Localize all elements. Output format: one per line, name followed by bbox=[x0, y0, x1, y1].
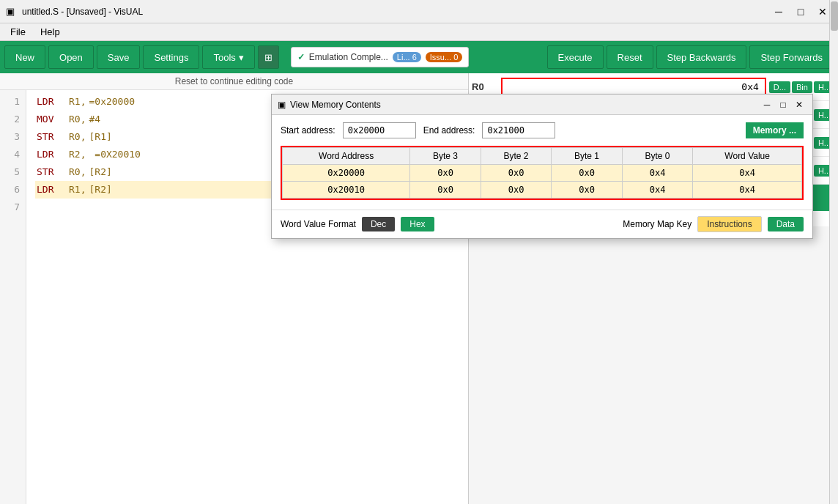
scrollbar-vertical[interactable] bbox=[829, 0, 838, 504]
mnemonic-3: STR bbox=[37, 128, 63, 146]
col-byte1: Byte 1 bbox=[552, 148, 623, 165]
dialog-footer: Word Value Format Dec Hex Memory Map Key… bbox=[272, 210, 812, 238]
op1-3: R0, bbox=[69, 128, 86, 146]
op2-2: #4 bbox=[89, 111, 100, 128]
maximize-button[interactable]: □ bbox=[791, 4, 810, 19]
end-address-label: End address: bbox=[423, 125, 475, 136]
title-bar-controls: ─ □ ✕ bbox=[769, 4, 832, 19]
app-icon: ▣ bbox=[6, 6, 18, 18]
mnemonic-4: LDR bbox=[37, 146, 63, 163]
dec-button[interactable]: Dec bbox=[362, 217, 395, 231]
line-num-1: 1 bbox=[6, 93, 20, 111]
execute-button[interactable]: Execute bbox=[547, 45, 604, 69]
reg-bin-r0[interactable]: Bin bbox=[792, 81, 812, 93]
start-address-input[interactable] bbox=[343, 122, 416, 138]
col-byte0: Byte 0 bbox=[622, 148, 693, 165]
dialog-minimize-button[interactable]: ─ bbox=[760, 98, 774, 111]
cell-word-val-1: 0x4 bbox=[693, 165, 802, 182]
end-address-input[interactable] bbox=[482, 122, 555, 138]
op2-5: [R2] bbox=[89, 163, 111, 181]
cell-byte1-1: 0x0 bbox=[552, 165, 623, 182]
line-num-6: 6 bbox=[6, 181, 20, 199]
mnemonic-2: MOV bbox=[37, 111, 63, 128]
toolbar: New Open Save Settings Tools ▾ ⊞ ✓ Emula… bbox=[0, 41, 838, 73]
op2-6: [R2] bbox=[89, 181, 111, 199]
map-key-label: Memory Map Key bbox=[623, 219, 691, 229]
title-bar: ▣ untitled.S - [Unsaved] - VisUAL ─ □ ✕ bbox=[0, 0, 838, 23]
status-text: Emulation Comple... bbox=[309, 52, 388, 62]
op2-1: =0x20000 bbox=[89, 93, 135, 111]
menu-bar: File Help bbox=[0, 23, 838, 41]
mnemonic-1: LDR bbox=[37, 93, 63, 111]
cell-byte1-2: 0x0 bbox=[552, 182, 623, 199]
status-li-badge: Li... 6 bbox=[393, 52, 421, 62]
dialog-titlebar: ▣ View Memory Contents ─ □ ✕ bbox=[272, 94, 812, 115]
line-num-5: 5 bbox=[6, 163, 20, 181]
data-button[interactable]: Data bbox=[768, 217, 804, 231]
table-header-row: Word Address Byte 3 Byte 2 Byte 1 Byte 0… bbox=[283, 148, 802, 165]
start-address-label: Start address: bbox=[281, 125, 335, 136]
memory-table: Word Address Byte 3 Byte 2 Byte 1 Byte 0… bbox=[282, 147, 802, 199]
line-num-4: 4 bbox=[6, 146, 20, 163]
open-button[interactable]: Open bbox=[48, 45, 94, 69]
op1-4: R2, bbox=[69, 146, 86, 163]
status-pill: ✓ Emulation Comple... Li... 6 Issu... 0 bbox=[291, 47, 469, 67]
memory-content-area bbox=[469, 226, 838, 504]
op2-3: [R1] bbox=[89, 128, 111, 146]
view-memory-dialog[interactable]: ▣ View Memory Contents ─ □ ✕ Start addre… bbox=[271, 94, 813, 239]
op1-5: R0, bbox=[69, 163, 86, 181]
col-byte2: Byte 2 bbox=[481, 148, 552, 165]
op1-2: R0, bbox=[69, 111, 86, 128]
format-label: Word Value Format bbox=[281, 219, 356, 229]
line-num-7: 7 bbox=[6, 199, 20, 216]
reset-button[interactable]: Reset bbox=[607, 45, 653, 69]
table-row: 0x20000 0x0 0x0 0x0 0x4 0x4 bbox=[283, 165, 802, 182]
window-title: untitled.S - [Unsaved] - VisUAL bbox=[22, 7, 769, 17]
status-issue-badge: Issu... 0 bbox=[426, 52, 463, 62]
line-numbers: 1 2 3 4 5 6 7 bbox=[0, 90, 26, 504]
mnemonic-5: STR bbox=[37, 163, 63, 181]
settings-button[interactable]: Settings bbox=[143, 45, 199, 69]
new-button[interactable]: New bbox=[4, 45, 45, 69]
cell-word-addr-2: 0x20010 bbox=[283, 182, 410, 199]
reg-actions-r0: D... Bin H... bbox=[769, 81, 835, 93]
instructions-button[interactable]: Instructions bbox=[697, 216, 761, 232]
tools-button[interactable]: Tools ▾ bbox=[202, 45, 254, 69]
address-row: Start address: End address: Memory ... bbox=[281, 122, 804, 138]
minimize-button[interactable]: ─ bbox=[769, 4, 788, 19]
dialog-close-button[interactable]: ✕ bbox=[792, 98, 807, 111]
dialog-maximize-button[interactable]: □ bbox=[776, 98, 790, 111]
cell-byte3-2: 0x0 bbox=[410, 182, 481, 199]
menu-file[interactable]: File bbox=[3, 25, 33, 39]
op1-1: R1, bbox=[69, 93, 86, 111]
cell-byte0-1: 0x4 bbox=[622, 165, 693, 182]
menu-help[interactable]: Help bbox=[33, 25, 67, 39]
tools-dropdown-icon: ▾ bbox=[239, 52, 244, 63]
editor-notice: Reset to continue editing code bbox=[0, 73, 468, 90]
step-backwards-button[interactable]: Step Backwards bbox=[656, 45, 747, 69]
tools-label: Tools bbox=[213, 52, 235, 63]
cell-word-val-2: 0x4 bbox=[693, 182, 802, 199]
scrollbar-thumb[interactable] bbox=[831, 1, 838, 31]
op1-6: R1, bbox=[69, 181, 86, 199]
memory-table-outline: Word Address Byte 3 Byte 2 Byte 1 Byte 0… bbox=[281, 146, 804, 200]
cell-byte3-1: 0x0 bbox=[410, 165, 481, 182]
line-num-2: 2 bbox=[6, 111, 20, 128]
layout-button[interactable]: ⊞ bbox=[258, 45, 279, 69]
hex-button[interactable]: Hex bbox=[401, 217, 434, 231]
memory-tab-button[interactable]: Memory ... bbox=[746, 122, 804, 138]
reg-dec-r0[interactable]: D... bbox=[769, 81, 790, 93]
save-button[interactable]: Save bbox=[97, 45, 141, 69]
table-row: 0x20010 0x0 0x0 0x0 0x4 0x4 bbox=[283, 182, 802, 199]
col-byte3: Byte 3 bbox=[410, 148, 481, 165]
dialog-body: Start address: End address: Memory ... W… bbox=[272, 115, 812, 210]
col-word-address: Word Address bbox=[283, 148, 410, 165]
status-check-icon: ✓ bbox=[297, 52, 305, 62]
cell-byte2-1: 0x0 bbox=[481, 165, 552, 182]
line-num-3: 3 bbox=[6, 128, 20, 146]
step-forwards-button[interactable]: Step Forwards bbox=[749, 45, 834, 69]
op2-4: =0X20010 bbox=[89, 146, 140, 163]
mnemonic-6: LDR bbox=[37, 181, 63, 199]
dialog-title: View Memory Contents bbox=[290, 100, 760, 110]
col-word-value: Word Value bbox=[693, 148, 802, 165]
